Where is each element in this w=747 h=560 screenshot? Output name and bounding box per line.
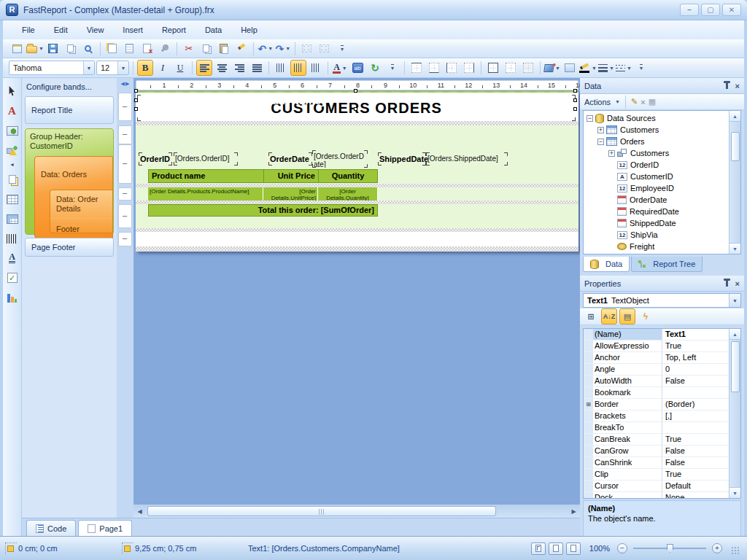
maximize-button[interactable]: ▢ xyxy=(701,4,720,16)
border-properties-button[interactable] xyxy=(520,60,536,76)
properties-view-button[interactable]: ▤ xyxy=(619,308,635,324)
view-page-width-button[interactable] xyxy=(549,542,563,555)
selection-handle[interactable] xyxy=(354,89,357,93)
chevron-down-icon[interactable]: ▼ xyxy=(117,61,128,74)
menu-insert[interactable]: Insert xyxy=(114,23,152,37)
tree-item-customerid[interactable]: ACustomerID xyxy=(584,171,729,182)
close-button[interactable]: ✕ xyxy=(722,4,741,16)
border-none-button[interactable] xyxy=(503,60,519,76)
property-value[interactable]: (Border) xyxy=(662,399,729,410)
selection-handle[interactable] xyxy=(134,98,138,102)
valign-center-button[interactable] xyxy=(290,60,306,76)
cut-button[interactable]: ✂ xyxy=(181,41,197,57)
shippeddate-label[interactable]: ShippedDate xyxy=(378,152,426,166)
fill-color-button[interactable]: ▼ xyxy=(544,60,560,76)
zoom-out-button[interactable]: − xyxy=(617,543,627,553)
pin-icon[interactable] xyxy=(726,83,728,89)
band-separator[interactable] xyxy=(136,246,578,252)
selection-handle[interactable] xyxy=(573,89,577,93)
font-size-select[interactable]: 12 ▼ xyxy=(96,61,129,75)
property-row-anchor[interactable]: AnchorTop, Left xyxy=(584,352,729,364)
order-total-text-object[interactable]: Total this order: [SumOfOrder] xyxy=(148,204,378,217)
format-painter-button[interactable] xyxy=(233,41,249,57)
fill-style-button[interactable] xyxy=(562,60,578,76)
align-center-button[interactable] xyxy=(214,60,230,76)
highlight-button[interactable]: ab xyxy=(349,60,365,76)
collapse-icon[interactable]: − xyxy=(597,139,604,145)
table-header-cell[interactable]: Unit Price xyxy=(263,169,318,183)
property-value[interactable]: [,] xyxy=(662,411,729,421)
scroll-right-icon[interactable]: ▶ xyxy=(568,505,580,517)
border-left-button[interactable] xyxy=(444,60,460,76)
events-view-button[interactable]: ϟ xyxy=(638,308,654,324)
view-whole-page-button[interactable] xyxy=(531,542,546,555)
tab-report-tree[interactable]: Report Tree xyxy=(631,257,703,272)
valign-bottom-button[interactable] xyxy=(308,60,324,76)
property-row-cangrow[interactable]: CanGrowFalse xyxy=(584,446,729,457)
menu-report[interactable]: Report xyxy=(153,23,195,37)
ungroup-button[interactable] xyxy=(317,41,333,57)
view-100-button[interactable] xyxy=(566,542,581,555)
expand-icon[interactable]: + xyxy=(597,127,604,133)
property-value[interactable]: False xyxy=(662,446,729,456)
scrollbar-thumb[interactable] xyxy=(147,506,496,516)
italic-button[interactable]: I xyxy=(155,60,171,76)
property-row-angle[interactable]: Angle0 xyxy=(584,364,729,376)
shippeddate-expression[interactable]: [Orders.ShippedDate] xyxy=(426,152,508,166)
band-footer-label[interactable]: Footer xyxy=(56,225,112,234)
menu-edit[interactable]: Edit xyxy=(45,23,77,37)
minimize-button[interactable]: – xyxy=(680,4,699,16)
orderdate-label[interactable]: OrderDate xyxy=(268,152,312,166)
tree-item-employeeid[interactable]: 12EmployeeID xyxy=(584,182,729,194)
zoom-in-button[interactable]: + xyxy=(712,543,722,553)
font-name-select[interactable]: Tahoma ▼ xyxy=(9,61,95,75)
grid-scrollbar[interactable]: ▲ ▼ xyxy=(729,329,740,498)
align-right-button[interactable] xyxy=(231,60,247,76)
group-header-band[interactable]: [Orders.Customers.CompanyName] xyxy=(136,91,578,110)
report-options-button[interactable] xyxy=(157,41,173,57)
selection-handle[interactable] xyxy=(134,89,138,93)
edit-datasource-icon[interactable]: ✎ xyxy=(631,97,638,106)
scroll-left-icon[interactable]: ◀ xyxy=(133,505,146,517)
property-value[interactable]: False xyxy=(662,457,729,468)
save-button[interactable] xyxy=(45,41,61,57)
property-row-dock[interactable]: DockNone xyxy=(584,492,729,498)
band-data-orders[interactable]: Data: Orders Data: Order Details Footer xyxy=(34,156,113,238)
more-objects-button[interactable]: ◂ xyxy=(4,161,21,168)
design-canvas[interactable]: 12345678910111213141516 CUSTOMERS ORDERS… xyxy=(133,78,580,505)
expand-icon[interactable]: ⊞ xyxy=(584,399,593,410)
band-height-handle[interactable] xyxy=(118,144,132,184)
align-left-button[interactable] xyxy=(196,60,212,76)
tree-item-shipname[interactable]: AShipName xyxy=(584,252,729,254)
property-row-canshrink[interactable]: CanShrinkFalse xyxy=(584,457,729,469)
tab-page1[interactable]: Page1 xyxy=(78,520,132,536)
chart-object-tool[interactable] xyxy=(4,289,21,306)
text-rotation-button[interactable]: ↻ xyxy=(367,60,383,76)
border-all-button[interactable] xyxy=(485,60,501,76)
menu-help[interactable]: Help xyxy=(232,23,266,37)
close-icon[interactable]: × xyxy=(735,279,740,288)
tab-code[interactable]: Code xyxy=(26,520,76,536)
band-height-handle[interactable] xyxy=(118,93,132,121)
zoom-slider-handle[interactable] xyxy=(667,544,673,553)
property-value[interactable]: 0 xyxy=(662,364,729,375)
property-value[interactable]: True xyxy=(662,434,729,445)
tab-data[interactable]: Data xyxy=(583,257,630,272)
paste-button[interactable] xyxy=(216,41,232,57)
scroll-down-icon[interactable]: ▼ xyxy=(729,487,740,498)
orderid-expression[interactable]: [Orders.OrderID] xyxy=(174,152,238,166)
band-height-handle[interactable] xyxy=(118,204,132,228)
table-data-cell[interactable]: [Order Details.Products.ProductName] xyxy=(148,187,263,201)
scrollbar-thumb[interactable] xyxy=(731,132,740,161)
property-row-bookmark[interactable]: Bookmark xyxy=(584,387,729,399)
page-setup-button[interactable] xyxy=(122,41,138,57)
property-row-allowexpressio[interactable]: AllowExpressioTrue xyxy=(584,341,729,352)
horizontal-scrollbar[interactable]: ◀ ▶ xyxy=(133,505,580,518)
scroll-down-icon[interactable]: ▼ xyxy=(729,243,740,254)
shape-object-tool[interactable] xyxy=(4,141,21,159)
property-row-name[interactable]: (Name)Text1 xyxy=(584,329,729,341)
resize-grip[interactable] xyxy=(731,546,740,555)
scrollbar-thumb[interactable] xyxy=(731,341,740,392)
table-object-tool[interactable] xyxy=(4,190,21,208)
new-page-button[interactable] xyxy=(104,41,120,57)
